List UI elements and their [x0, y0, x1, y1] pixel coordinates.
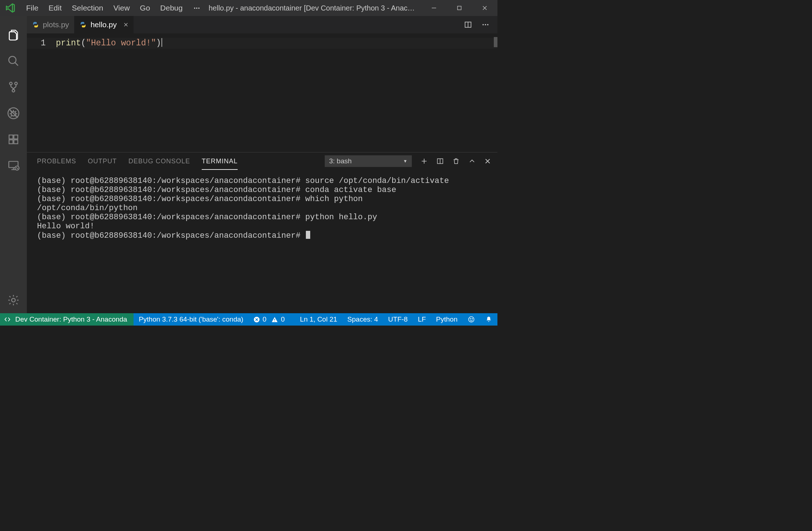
split-editor-button[interactable] [464, 21, 472, 29]
panel-tab-output[interactable]: OUTPUT [88, 152, 117, 170]
terminal-line: (base) root@b62889638140:/workspaces/ana… [37, 176, 449, 185]
svg-point-3 [15, 82, 17, 85]
error-icon [254, 316, 260, 323]
menu-debug[interactable]: Debug [155, 0, 188, 16]
activity-search[interactable] [0, 48, 27, 74]
tab-label: plots.py [43, 20, 69, 29]
status-python-interpreter[interactable]: Python 3.7.3 64-bit ('base': conda) [134, 313, 248, 326]
terminal-line: (base) root@b62889638140:/workspaces/ana… [37, 195, 363, 204]
terminal-line: /opt/conda/bin/python [37, 204, 138, 213]
menu-file[interactable]: File [21, 0, 44, 16]
menu-overflow[interactable]: ··· [188, 4, 206, 12]
activity-debug[interactable] [0, 100, 27, 126]
status-feedback[interactable] [463, 313, 480, 326]
error-count: 0 [263, 315, 267, 323]
warning-count: 0 [281, 315, 285, 323]
vscode-logo-icon [0, 3, 21, 13]
editor-cursor [161, 38, 162, 47]
tab-hello-py[interactable]: hello.py [74, 16, 134, 33]
terminal-cursor [306, 231, 310, 239]
smiley-icon [468, 316, 475, 323]
svg-point-15 [483, 24, 484, 25]
token-bracket-close: ) [156, 38, 161, 48]
terminal-selector-label: 3: bash [329, 157, 352, 165]
editor-tab-actions [456, 16, 497, 33]
tab-label: hello.py [90, 20, 116, 29]
svg-point-17 [487, 24, 489, 25]
terminal-line: (base) root@b62889638140:/workspaces/ana… [37, 213, 377, 222]
minimap-slider[interactable] [494, 37, 497, 47]
close-panel-button[interactable] [484, 158, 491, 164]
svg-rect-10 [14, 135, 18, 139]
status-cursor-position[interactable]: Ln 1, Col 21 [295, 313, 342, 326]
status-eol[interactable]: LF [413, 313, 431, 326]
terminal-line: (base) root@b62889638140:/workspaces/ana… [37, 185, 396, 195]
remote-label: Dev Container: Python 3 - Anaconda [15, 315, 127, 323]
window-title: hello.py - anacondacontainer [Dev Contai… [206, 4, 421, 12]
more-actions-button[interactable] [481, 21, 489, 29]
kill-terminal-button[interactable] [452, 158, 460, 165]
menu-bar: File Edit Selection View Go Debug ··· [21, 0, 206, 16]
svg-rect-0 [458, 6, 461, 10]
bell-icon [485, 316, 492, 323]
title-bar: File Edit Selection View Go Debug ··· he… [0, 0, 497, 16]
svg-point-4 [12, 89, 15, 92]
menu-go[interactable]: Go [135, 0, 155, 16]
remote-indicator[interactable]: Dev Container: Python 3 - Anaconda [0, 313, 134, 326]
status-notifications[interactable] [480, 313, 497, 326]
menu-edit[interactable]: Edit [44, 0, 67, 16]
panel-tab-terminal[interactable]: TERMINAL [202, 152, 238, 170]
status-bar: Dev Container: Python 3 - Anaconda Pytho… [0, 313, 497, 326]
line-number: 1 [27, 38, 46, 49]
python-file-icon [32, 21, 39, 28]
activity-explorer[interactable] [0, 22, 27, 48]
editor-tabs: plots.py hello.py [27, 16, 497, 33]
terminal-line: (base) root@b62889638140:/workspaces/ana… [37, 231, 305, 240]
token-bracket-open: ( [81, 38, 86, 48]
menu-view[interactable]: View [108, 0, 135, 16]
new-terminal-button[interactable] [421, 158, 428, 165]
terminal[interactable]: (base) root@b62889638140:/workspaces/ana… [27, 170, 497, 313]
svg-point-21 [470, 319, 471, 319]
split-terminal-button[interactable] [436, 158, 444, 165]
svg-point-22 [472, 319, 473, 319]
status-indentation[interactable]: Spaces: 4 [342, 313, 383, 326]
panel-tab-problems[interactable]: PROBLEMS [37, 152, 76, 170]
status-problems[interactable]: 0 0 [249, 313, 290, 326]
activity-extensions[interactable] [0, 126, 27, 152]
code-content: print("Hello world!") [56, 33, 162, 152]
chevron-down-icon: ▼ [403, 159, 407, 164]
tab-plots-py[interactable]: plots.py [27, 16, 74, 33]
tab-close-button[interactable] [123, 22, 128, 27]
panel-tabs: PROBLEMS OUTPUT DEBUG CONSOLE TERMINAL 3… [27, 152, 497, 170]
svg-rect-8 [9, 140, 13, 144]
code-editor[interactable]: 1 print("Hello world!") [27, 33, 497, 152]
window-maximize-button[interactable] [447, 0, 472, 16]
panel-tab-debug-console[interactable]: DEBUG CONSOLE [128, 152, 190, 170]
activity-settings[interactable] [0, 287, 27, 313]
window-minimize-button[interactable] [421, 0, 447, 16]
maximize-panel-button[interactable] [468, 158, 476, 165]
svg-rect-9 [14, 140, 18, 144]
token-function: print [56, 38, 81, 48]
editor-group: plots.py hello.py [27, 16, 497, 313]
token-string: "Hello world!" [86, 38, 156, 48]
svg-point-1 [9, 56, 16, 64]
warning-icon [271, 316, 278, 323]
svg-point-2 [9, 82, 12, 85]
svg-point-16 [485, 24, 486, 25]
terminal-line: Hello world! [37, 222, 94, 231]
svg-point-20 [469, 317, 474, 322]
remote-icon [4, 316, 12, 322]
activity-bar [0, 16, 27, 313]
activity-remote-explorer[interactable] [0, 152, 27, 179]
main-area: plots.py hello.py [0, 16, 497, 313]
status-encoding[interactable]: UTF-8 [383, 313, 413, 326]
svg-rect-7 [9, 135, 13, 139]
status-language-mode[interactable]: Python [431, 313, 463, 326]
terminal-selector[interactable]: 3: bash ▼ [325, 155, 412, 167]
activity-source-control[interactable] [0, 74, 27, 100]
window-close-button[interactable] [472, 0, 497, 16]
menu-selection[interactable]: Selection [67, 0, 108, 16]
bottom-panel: PROBLEMS OUTPUT DEBUG CONSOLE TERMINAL 3… [27, 152, 497, 313]
